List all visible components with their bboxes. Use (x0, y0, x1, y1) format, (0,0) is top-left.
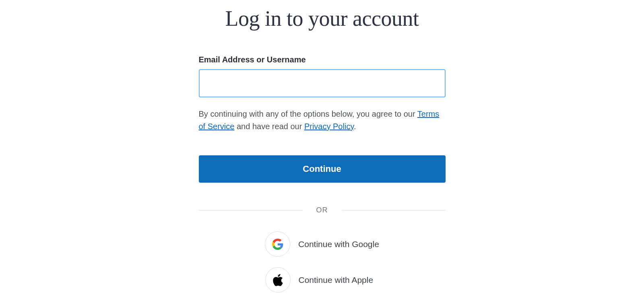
divider: OR (199, 206, 446, 214)
divider-line-left (199, 210, 303, 210)
apple-icon (265, 267, 291, 293)
privacy-policy-link[interactable]: Privacy Policy (304, 122, 354, 131)
consent-prefix: By continuing with any of the options be… (199, 109, 417, 118)
divider-label: OR (303, 206, 342, 214)
consent-suffix: . (354, 122, 356, 131)
continue-button[interactable]: Continue (199, 155, 446, 183)
email-input[interactable] (199, 69, 446, 97)
apple-button-label: Continue with Apple (299, 275, 379, 285)
continue-with-apple-button[interactable]: Continue with Apple (265, 267, 379, 293)
google-icon (265, 231, 290, 257)
consent-text: By continuing with any of the options be… (199, 108, 446, 133)
login-container: Log in to your account Email Address or … (199, 0, 446, 303)
google-button-label: Continue with Google (298, 239, 379, 249)
consent-middle: and have read our (234, 122, 304, 131)
continue-with-google-button[interactable]: Continue with Google (265, 231, 379, 257)
divider-line-right (342, 210, 446, 210)
email-label: Email Address or Username (199, 55, 446, 64)
page-title: Log in to your account (199, 6, 446, 31)
